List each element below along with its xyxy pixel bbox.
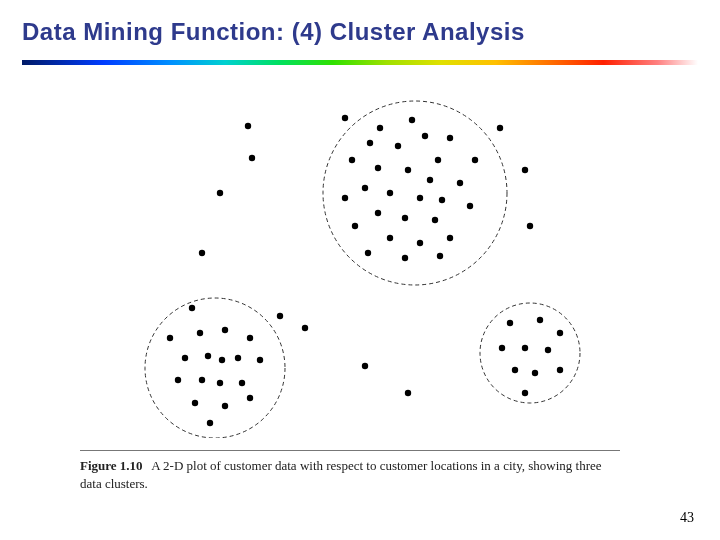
data-point bbox=[437, 253, 443, 259]
data-point bbox=[217, 380, 223, 386]
data-point bbox=[417, 240, 423, 246]
data-point bbox=[247, 395, 253, 401]
data-point bbox=[447, 235, 453, 241]
data-point bbox=[375, 165, 381, 171]
data-point bbox=[527, 223, 533, 229]
data-point bbox=[362, 363, 368, 369]
data-point bbox=[537, 317, 543, 323]
figure-caption: Figure 1.10 A 2-D plot of customer data … bbox=[80, 450, 620, 492]
data-point bbox=[522, 345, 528, 351]
data-point bbox=[402, 255, 408, 261]
data-point bbox=[222, 403, 228, 409]
data-point bbox=[472, 157, 478, 163]
cluster-ring bbox=[323, 101, 507, 285]
data-point bbox=[362, 185, 368, 191]
data-point bbox=[245, 123, 251, 129]
data-point bbox=[499, 345, 505, 351]
data-point bbox=[217, 190, 223, 196]
data-point bbox=[277, 313, 283, 319]
data-point bbox=[467, 203, 473, 209]
data-point bbox=[219, 357, 225, 363]
data-point bbox=[532, 370, 538, 376]
data-point bbox=[199, 377, 205, 383]
figure-caption-text: A 2-D plot of customer data with respect… bbox=[80, 458, 602, 491]
data-point bbox=[205, 353, 211, 359]
data-point bbox=[342, 115, 348, 121]
data-point bbox=[192, 400, 198, 406]
data-point bbox=[387, 235, 393, 241]
data-point bbox=[435, 157, 441, 163]
cluster-ring bbox=[145, 298, 285, 438]
data-point bbox=[349, 157, 355, 163]
data-point bbox=[182, 355, 188, 361]
data-point bbox=[545, 347, 551, 353]
data-point bbox=[222, 327, 228, 333]
data-point bbox=[375, 210, 381, 216]
data-point bbox=[497, 125, 503, 131]
data-point bbox=[387, 190, 393, 196]
page-number: 43 bbox=[680, 510, 694, 526]
data-point bbox=[377, 125, 383, 131]
data-point bbox=[457, 180, 463, 186]
data-point bbox=[352, 223, 358, 229]
data-point bbox=[342, 195, 348, 201]
cluster-ring bbox=[480, 303, 580, 403]
data-point bbox=[507, 320, 513, 326]
data-point bbox=[189, 305, 195, 311]
data-point bbox=[522, 167, 528, 173]
data-point bbox=[422, 133, 428, 139]
data-point bbox=[557, 330, 563, 336]
data-point bbox=[207, 420, 213, 426]
data-point bbox=[512, 367, 518, 373]
data-point bbox=[439, 197, 445, 203]
data-point bbox=[405, 167, 411, 173]
data-point bbox=[257, 357, 263, 363]
data-point bbox=[302, 325, 308, 331]
data-point bbox=[167, 335, 173, 341]
title-underline-bar bbox=[22, 60, 698, 65]
data-point bbox=[395, 143, 401, 149]
data-point bbox=[239, 380, 245, 386]
figure-number: Figure 1.10 bbox=[80, 458, 143, 473]
data-point bbox=[175, 377, 181, 383]
data-point bbox=[235, 355, 241, 361]
data-point bbox=[365, 250, 371, 256]
data-point bbox=[409, 117, 415, 123]
data-point bbox=[447, 135, 453, 141]
data-point bbox=[405, 390, 411, 396]
data-point bbox=[557, 367, 563, 373]
data-point bbox=[249, 155, 255, 161]
data-point bbox=[432, 217, 438, 223]
data-point bbox=[522, 390, 528, 396]
data-point bbox=[417, 195, 423, 201]
data-point bbox=[199, 250, 205, 256]
scatter-plot-svg bbox=[130, 98, 610, 438]
scatter-plot bbox=[130, 98, 610, 438]
data-point bbox=[367, 140, 373, 146]
data-point bbox=[402, 215, 408, 221]
data-point bbox=[427, 177, 433, 183]
data-point bbox=[197, 330, 203, 336]
data-point bbox=[247, 335, 253, 341]
page-title: Data Mining Function: (4) Cluster Analys… bbox=[0, 0, 720, 46]
